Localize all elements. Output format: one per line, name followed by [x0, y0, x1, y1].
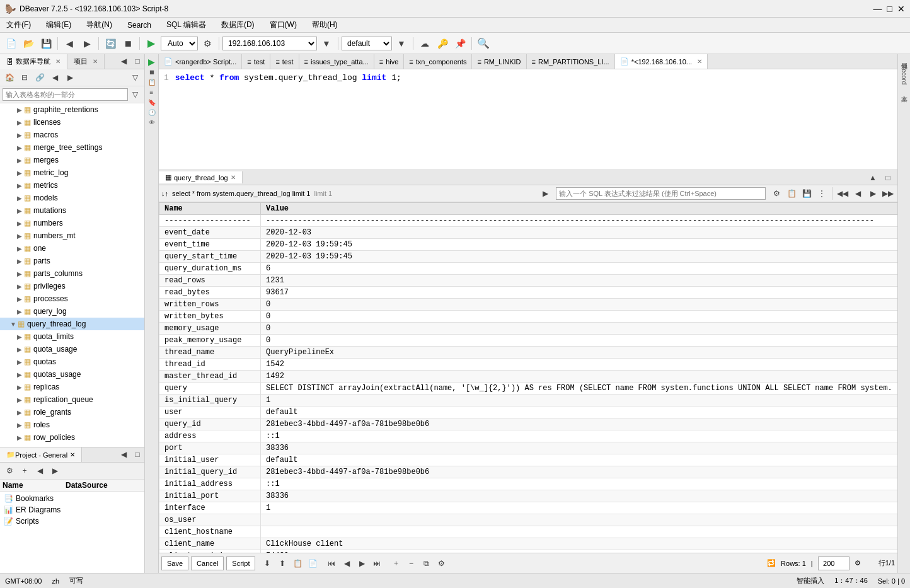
toolbar-execute-btn[interactable]: ▶ [143, 35, 159, 52]
toolbar-db-select[interactable]: default [342, 37, 392, 50]
toolbar-search-btn[interactable]: 🔍 [475, 35, 492, 52]
menu-edit[interactable]: 编辑(E) [42, 18, 75, 32]
results-tab-close[interactable]: ✕ [231, 174, 236, 181]
toolbar-fwd-btn[interactable]: ▶ [79, 35, 95, 52]
tab-test1[interactable]: ≡ test [242, 54, 270, 69]
toolbar-new-btn[interactable]: 📄 [3, 35, 19, 52]
project-minimize-btn[interactable]: ◀ [117, 447, 130, 461]
filter-save-btn[interactable]: 💾 [800, 187, 814, 200]
footer-first-btn[interactable]: ⏮ [325, 556, 338, 570]
stop-side-icon[interactable]: ⏹ [147, 67, 157, 77]
tab-rangerdb[interactable]: 📄 <rangerdb> Script... [159, 54, 242, 69]
nav-filter-btn[interactable]: ▽ [128, 71, 142, 84]
results-next-page-btn[interactable]: ▶▶ [881, 187, 895, 200]
view-side-icon[interactable]: 👁 [147, 117, 157, 127]
tab-txn-components[interactable]: ≡ txn_components [404, 54, 472, 69]
tab-project[interactable]: 项目 ✕ [67, 54, 105, 69]
results-tab-data[interactable]: ▦ query_thread_log ✕ [159, 171, 243, 183]
tree-item-roles[interactable]: ▶ ▦ roles [0, 418, 144, 431]
tree-item-metrics[interactable]: ▶ ▦ metrics [0, 179, 144, 192]
toolbar-db-dropdown-btn[interactable]: ▼ [393, 35, 410, 52]
project-prev-btn[interactable]: ◀ [33, 464, 47, 478]
tree-item-privileges[interactable]: ▶ ▦ privileges [0, 280, 144, 292]
footer-save-btn[interactable]: Save [161, 556, 188, 570]
filter-more-btn[interactable]: ⋮ [815, 187, 829, 200]
tab-active-script[interactable]: 📄 *<192.168.106.10... ✕ [615, 54, 708, 69]
maximize-btn[interactable]: □ [887, 4, 892, 14]
footer-dup-btn[interactable]: ⧉ [419, 556, 433, 570]
toolbar-key-btn[interactable]: 🔑 [434, 35, 451, 52]
toolbar-back-btn[interactable]: ◀ [61, 35, 78, 52]
menu-sql[interactable]: SQL 编辑器 [163, 18, 210, 32]
nav-home-btn[interactable]: 🏠 [3, 71, 16, 84]
sql-content[interactable]: 1 select * from system.query_thread_log … [159, 69, 897, 170]
filter-copy-btn[interactable]: 📋 [785, 187, 798, 200]
toolbar-settings-btn[interactable]: ⚙ [199, 35, 216, 52]
history-side-icon[interactable]: 🕐 [147, 107, 157, 117]
tab-hive[interactable]: ≡ hive [374, 54, 405, 69]
footer-delete-btn[interactable]: − [404, 556, 418, 570]
footer-copy-btn[interactable]: 📋 [291, 556, 304, 570]
tree-item-replicas[interactable]: ▶ ▦ replicas [0, 381, 144, 393]
tree-item-role-grants[interactable]: ▶ ▦ role_grants [0, 406, 144, 418]
toolbar-pin-btn[interactable]: 📌 [452, 35, 468, 52]
right-panel-record[interactable]: Record [899, 62, 909, 87]
filter-input[interactable] [556, 187, 766, 200]
tab-rm-partitions[interactable]: ≡ RM_PARTITIONS_LI... [527, 54, 615, 69]
nav-prev-btn[interactable]: ◀ [48, 71, 62, 84]
tab-issues[interactable]: ≡ issues_type_atta... [299, 54, 374, 69]
db-search-input[interactable] [3, 88, 128, 101]
menu-nav[interactable]: 导航(N) [83, 18, 116, 32]
project-next-btn[interactable]: ▶ [48, 464, 62, 478]
left-panel-minimize-btn[interactable]: ◀ [117, 54, 130, 68]
tree-item-processes[interactable]: ▶ ▦ processes [0, 292, 144, 305]
tree-item-quota-limits[interactable]: ▶ ▦ quota_limits [0, 330, 144, 343]
tree-item-quotas-usage[interactable]: ▶ ▦ quotas_usage [0, 368, 144, 381]
nav-collapse-btn[interactable]: ⊟ [18, 71, 32, 84]
tree-item-quota-usage[interactable]: ▶ ▦ quota_usage [0, 343, 144, 355]
results-table-container[interactable]: Name Value -----------------------------… [159, 202, 897, 553]
footer-cancel-btn[interactable]: Cancel [191, 556, 224, 570]
tree-item-models[interactable]: ▶ ▦ models [0, 192, 144, 204]
footer-prev-btn[interactable]: ◀ [340, 556, 354, 570]
project-close-btn[interactable]: ✕ [93, 58, 98, 65]
tree-item-query-log[interactable]: ▶ ▦ query_log [0, 305, 144, 318]
footer-last-btn[interactable]: ⏭ [370, 556, 384, 570]
results-next-btn[interactable]: ▶ [866, 187, 880, 200]
project-add-btn[interactable]: + [18, 464, 32, 478]
right-panel-text[interactable]: 文本 [899, 88, 910, 93]
tree-item-numbers-mt[interactable]: ▶ ▦ numbers_mt [0, 229, 144, 242]
bookmark-side-icon[interactable]: 🔖 [147, 97, 157, 107]
footer-settings2-btn[interactable]: ⚙ [434, 556, 448, 570]
project-settings-btn[interactable]: ⚙ [3, 464, 16, 478]
menu-db[interactable]: 数据库(D) [217, 18, 258, 32]
project-tab-close[interactable]: ✕ [70, 451, 75, 458]
tab-test2[interactable]: ≡ test [270, 54, 299, 69]
results-prev-btn[interactable]: ◀ [851, 187, 865, 200]
menu-window[interactable]: 窗口(W) [266, 18, 301, 32]
tab-project-general[interactable]: 📁 Project - General ✕ [0, 447, 82, 462]
footer-add-btn[interactable]: + [389, 556, 403, 570]
toolbar-stop-btn[interactable]: ⏹ [120, 35, 136, 52]
footer-import-btn[interactable]: ⬇ [260, 556, 274, 570]
footer-paste-btn[interactable]: 📄 [306, 556, 320, 570]
format-side-icon[interactable]: ≡ [147, 87, 157, 97]
tree-item-merge-tree[interactable]: ▶ ▦ merge_tree_settings [0, 141, 144, 154]
toolbar-server-dropdown-btn[interactable]: ▼ [318, 35, 335, 52]
toolbar-save-btn[interactable]: 💾 [38, 35, 54, 52]
footer-export-btn[interactable]: ⬆ [275, 556, 289, 570]
results-maximize-btn[interactable]: □ [881, 171, 895, 185]
close-btn[interactable]: ✕ [897, 4, 905, 14]
toolbar-more-btn[interactable]: ☁ [417, 35, 433, 52]
tree-item-licenses[interactable]: ▶ ▦ licenses [0, 116, 144, 129]
tree-item-parts[interactable]: ▶ ▦ parts [0, 255, 144, 267]
explain-side-icon[interactable]: 📋 [147, 77, 157, 87]
tree-item-parts-columns[interactable]: ▶ ▦ parts_columns [0, 267, 144, 280]
footer-script-btn[interactable]: Script [226, 556, 255, 570]
toolbar-auto-dropdown[interactable]: Auto [161, 37, 198, 50]
nav-search-filter-btn[interactable]: ▽ [128, 88, 142, 101]
filter-execute-btn[interactable]: ▶ [538, 187, 552, 200]
minimize-btn[interactable]: — [873, 4, 882, 14]
footer-next-btn[interactable]: ▶ [355, 556, 369, 570]
left-panel-maximize-btn[interactable]: □ [130, 54, 144, 68]
